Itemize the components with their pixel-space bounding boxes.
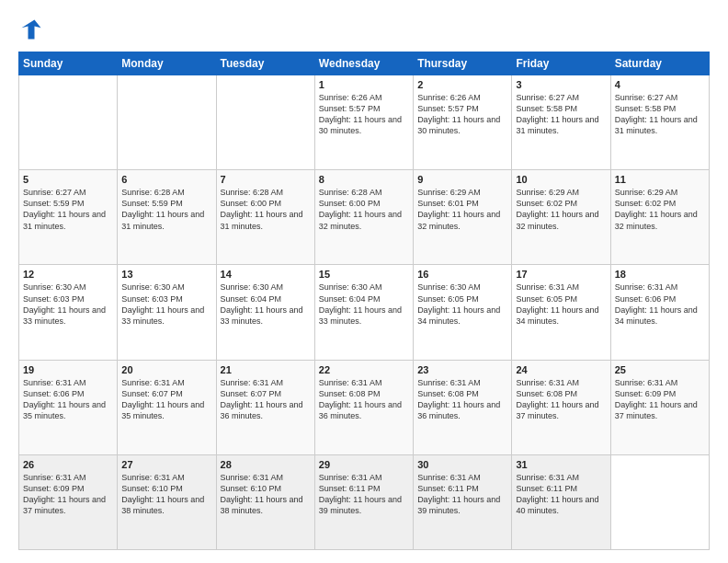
- day-info: Sunrise: 6:30 AM Sunset: 6:05 PM Dayligh…: [417, 282, 507, 327]
- calendar-week-row: 26Sunrise: 6:31 AM Sunset: 6:09 PM Dayli…: [19, 454, 710, 549]
- day-number: 15: [319, 269, 409, 280]
- day-info: Sunrise: 6:26 AM Sunset: 5:57 PM Dayligh…: [319, 92, 409, 137]
- page: SundayMondayTuesdayWednesdayThursdayFrid…: [0, 0, 728, 563]
- calendar-cell: 3Sunrise: 6:27 AM Sunset: 5:58 PM Daylig…: [512, 75, 610, 170]
- day-number: 26: [23, 459, 113, 470]
- calendar-cell: 2Sunrise: 6:26 AM Sunset: 5:57 PM Daylig…: [414, 75, 512, 170]
- day-number: 2: [417, 79, 507, 90]
- calendar-cell: 16Sunrise: 6:30 AM Sunset: 6:05 PM Dayli…: [414, 265, 512, 360]
- calendar-week-row: 5Sunrise: 6:27 AM Sunset: 5:59 PM Daylig…: [19, 170, 710, 265]
- day-info: Sunrise: 6:29 AM Sunset: 6:02 PM Dayligh…: [516, 187, 606, 232]
- calendar-cell: 12Sunrise: 6:30 AM Sunset: 6:03 PM Dayli…: [19, 265, 118, 360]
- day-info: Sunrise: 6:28 AM Sunset: 5:59 PM Dayligh…: [121, 187, 211, 232]
- calendar-cell: 4Sunrise: 6:27 AM Sunset: 5:58 PM Daylig…: [610, 75, 709, 170]
- day-info: Sunrise: 6:31 AM Sunset: 6:06 PM Dayligh…: [615, 282, 705, 327]
- calendar-cell: 26Sunrise: 6:31 AM Sunset: 6:09 PM Dayli…: [19, 454, 118, 549]
- weekday-header-cell: Saturday: [610, 52, 709, 75]
- day-number: 17: [516, 269, 606, 280]
- calendar-cell: 11Sunrise: 6:29 AM Sunset: 6:02 PM Dayli…: [610, 170, 709, 265]
- day-number: 21: [221, 364, 311, 375]
- weekday-header-cell: Thursday: [414, 52, 512, 75]
- day-number: 22: [319, 364, 409, 375]
- day-info: Sunrise: 6:29 AM Sunset: 6:02 PM Dayligh…: [615, 187, 705, 232]
- calendar-week-row: 19Sunrise: 6:31 AM Sunset: 6:06 PM Dayli…: [19, 360, 710, 454]
- day-info: Sunrise: 6:29 AM Sunset: 6:01 PM Dayligh…: [417, 187, 507, 232]
- calendar-cell: 7Sunrise: 6:28 AM Sunset: 6:00 PM Daylig…: [216, 170, 314, 265]
- weekday-header-cell: Sunday: [19, 52, 118, 75]
- day-number: 12: [23, 269, 113, 280]
- calendar-cell: 14Sunrise: 6:30 AM Sunset: 6:04 PM Dayli…: [216, 265, 314, 360]
- day-info: Sunrise: 6:31 AM Sunset: 6:09 PM Dayligh…: [23, 472, 113, 517]
- day-info: Sunrise: 6:30 AM Sunset: 6:04 PM Dayligh…: [221, 282, 311, 327]
- weekday-header-row: SundayMondayTuesdayWednesdayThursdayFrid…: [19, 52, 710, 75]
- weekday-header-cell: Monday: [118, 52, 216, 75]
- weekday-header-cell: Wednesday: [314, 52, 413, 75]
- calendar-cell: 28Sunrise: 6:31 AM Sunset: 6:10 PM Dayli…: [216, 454, 314, 549]
- day-info: Sunrise: 6:31 AM Sunset: 6:09 PM Dayligh…: [615, 377, 705, 422]
- calendar-cell: 10Sunrise: 6:29 AM Sunset: 6:02 PM Dayli…: [512, 170, 610, 265]
- logo-icon: [18, 17, 44, 42]
- calendar-cell: 9Sunrise: 6:29 AM Sunset: 6:01 PM Daylig…: [414, 170, 512, 265]
- calendar-week-row: 1Sunrise: 6:26 AM Sunset: 5:57 PM Daylig…: [19, 75, 710, 170]
- calendar-cell: 18Sunrise: 6:31 AM Sunset: 6:06 PM Dayli…: [610, 265, 709, 360]
- day-info: Sunrise: 6:28 AM Sunset: 6:00 PM Dayligh…: [319, 187, 409, 232]
- day-info: Sunrise: 6:31 AM Sunset: 6:05 PM Dayligh…: [516, 282, 606, 327]
- calendar-cell: 6Sunrise: 6:28 AM Sunset: 5:59 PM Daylig…: [118, 170, 216, 265]
- calendar-cell: 29Sunrise: 6:31 AM Sunset: 6:11 PM Dayli…: [314, 454, 413, 549]
- day-number: 10: [516, 174, 606, 185]
- calendar-cell: 27Sunrise: 6:31 AM Sunset: 6:10 PM Dayli…: [118, 454, 216, 549]
- calendar-cell: 19Sunrise: 6:31 AM Sunset: 6:06 PM Dayli…: [19, 360, 118, 454]
- day-info: Sunrise: 6:30 AM Sunset: 6:04 PM Dayligh…: [319, 282, 409, 327]
- day-number: 11: [615, 174, 705, 185]
- day-info: Sunrise: 6:31 AM Sunset: 6:11 PM Dayligh…: [417, 472, 507, 517]
- calendar-cell: 21Sunrise: 6:31 AM Sunset: 6:07 PM Dayli…: [216, 360, 314, 454]
- day-number: 19: [23, 364, 113, 375]
- calendar-cell: 17Sunrise: 6:31 AM Sunset: 6:05 PM Dayli…: [512, 265, 610, 360]
- header: [18, 17, 710, 42]
- day-number: 27: [121, 459, 211, 470]
- day-info: Sunrise: 6:31 AM Sunset: 6:11 PM Dayligh…: [319, 472, 409, 517]
- day-number: 8: [319, 174, 409, 185]
- calendar-cell: 8Sunrise: 6:28 AM Sunset: 6:00 PM Daylig…: [314, 170, 413, 265]
- calendar-cell: 1Sunrise: 6:26 AM Sunset: 5:57 PM Daylig…: [314, 75, 413, 170]
- calendar-cell: [19, 75, 118, 170]
- calendar-table: SundayMondayTuesdayWednesdayThursdayFrid…: [18, 52, 710, 550]
- day-number: 14: [221, 269, 311, 280]
- day-number: 18: [615, 269, 705, 280]
- day-number: 1: [319, 79, 409, 90]
- calendar-cell: [610, 454, 709, 549]
- day-info: Sunrise: 6:31 AM Sunset: 6:10 PM Dayligh…: [221, 472, 311, 517]
- day-number: 9: [417, 174, 507, 185]
- day-info: Sunrise: 6:31 AM Sunset: 6:08 PM Dayligh…: [516, 377, 606, 422]
- day-info: Sunrise: 6:28 AM Sunset: 6:00 PM Dayligh…: [221, 187, 311, 232]
- day-info: Sunrise: 6:31 AM Sunset: 6:08 PM Dayligh…: [319, 377, 409, 422]
- weekday-header-cell: Friday: [512, 52, 610, 75]
- day-info: Sunrise: 6:31 AM Sunset: 6:11 PM Dayligh…: [516, 472, 606, 517]
- calendar-cell: [118, 75, 216, 170]
- calendar-cell: 31Sunrise: 6:31 AM Sunset: 6:11 PM Dayli…: [512, 454, 610, 549]
- day-number: 24: [516, 364, 606, 375]
- calendar-cell: 24Sunrise: 6:31 AM Sunset: 6:08 PM Dayli…: [512, 360, 610, 454]
- day-info: Sunrise: 6:31 AM Sunset: 6:08 PM Dayligh…: [417, 377, 507, 422]
- calendar-cell: 22Sunrise: 6:31 AM Sunset: 6:08 PM Dayli…: [314, 360, 413, 454]
- day-info: Sunrise: 6:27 AM Sunset: 5:59 PM Dayligh…: [23, 187, 113, 232]
- day-info: Sunrise: 6:27 AM Sunset: 5:58 PM Dayligh…: [516, 92, 606, 137]
- calendar-cell: 30Sunrise: 6:31 AM Sunset: 6:11 PM Dayli…: [414, 454, 512, 549]
- calendar-cell: 25Sunrise: 6:31 AM Sunset: 6:09 PM Dayli…: [610, 360, 709, 454]
- day-info: Sunrise: 6:30 AM Sunset: 6:03 PM Dayligh…: [121, 282, 211, 327]
- svg-marker-0: [22, 20, 41, 40]
- day-number: 28: [221, 459, 311, 470]
- day-info: Sunrise: 6:31 AM Sunset: 6:07 PM Dayligh…: [221, 377, 311, 422]
- calendar-cell: 13Sunrise: 6:30 AM Sunset: 6:03 PM Dayli…: [118, 265, 216, 360]
- day-number: 31: [516, 459, 606, 470]
- day-number: 13: [121, 269, 211, 280]
- day-number: 7: [221, 174, 311, 185]
- calendar-cell: [216, 75, 314, 170]
- day-number: 3: [516, 79, 606, 90]
- day-number: 16: [417, 269, 507, 280]
- day-number: 23: [417, 364, 507, 375]
- day-number: 5: [23, 174, 113, 185]
- day-number: 29: [319, 459, 409, 470]
- day-info: Sunrise: 6:30 AM Sunset: 6:03 PM Dayligh…: [23, 282, 113, 327]
- weekday-header-cell: Tuesday: [216, 52, 314, 75]
